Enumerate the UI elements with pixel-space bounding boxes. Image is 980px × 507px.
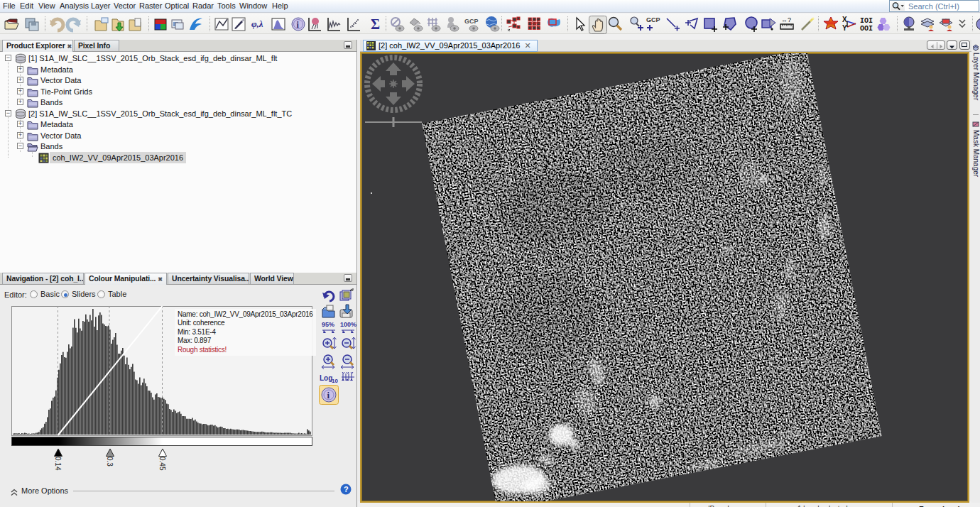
svg-text:10: 10 — [332, 378, 338, 384]
svg-text:φ,λ: φ,λ — [251, 18, 263, 29]
svg-text:Y: Y — [842, 24, 847, 32]
svg-text:100%: 100% — [340, 321, 356, 328]
svg-text:95%: 95% — [322, 321, 334, 328]
svg-text:GCP: GCP — [646, 16, 660, 23]
svg-text:Σ: Σ — [371, 16, 380, 32]
svg-text:Log: Log — [320, 374, 332, 382]
svg-text:?: ? — [344, 485, 349, 494]
svg-text:OOI: OOI — [860, 25, 873, 33]
svg-text:X: X — [842, 16, 847, 23]
svg-text:↔?: ↔? — [781, 16, 791, 23]
svg-text:GCP: GCP — [464, 18, 479, 25]
svg-text:i: i — [327, 390, 330, 400]
svg-text:IOI: IOI — [860, 17, 873, 25]
